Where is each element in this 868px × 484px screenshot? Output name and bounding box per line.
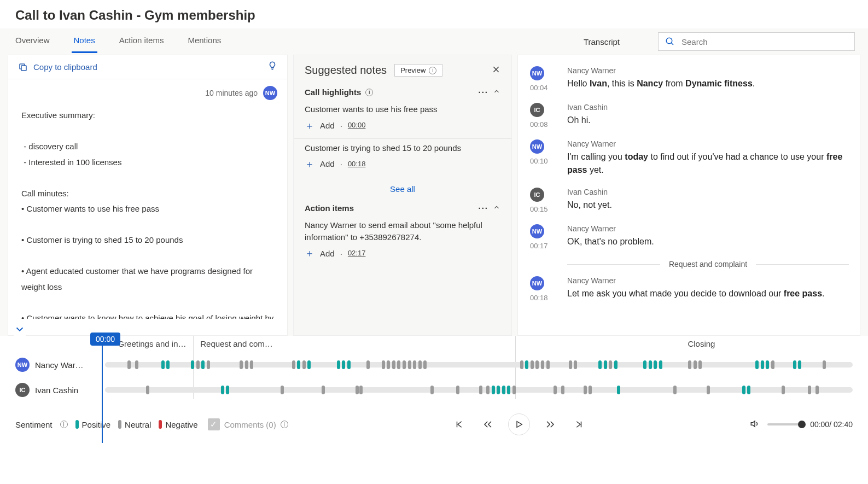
entry-text: Let me ask you what made you decide to d… xyxy=(567,287,852,300)
track-bar[interactable] xyxy=(105,362,853,368)
action-items-title: Action items xyxy=(305,203,354,213)
add-row: ＋Add·02:17 xyxy=(305,248,500,260)
expand-notes-chevron-icon[interactable] xyxy=(14,323,26,339)
speaker-name: Nancy Warner xyxy=(567,276,852,285)
speaker-name: Ivan Cashin xyxy=(35,386,78,395)
more-icon[interactable]: ··· xyxy=(478,88,488,97)
plus-icon[interactable]: ＋ xyxy=(305,159,314,169)
search-input[interactable] xyxy=(680,37,848,47)
sentiment-tick xyxy=(456,386,459,394)
tab-overview[interactable]: Overview xyxy=(13,30,52,53)
tab-action-items[interactable]: Action items xyxy=(117,30,166,53)
preview-badge[interactable]: Preview i xyxy=(394,64,442,77)
add-label[interactable]: Add xyxy=(320,248,335,260)
forward-button[interactable] xyxy=(542,416,558,433)
volume-slider[interactable] xyxy=(767,423,802,425)
sentiment-tick xyxy=(761,360,764,369)
add-label[interactable]: Add xyxy=(320,158,335,170)
svg-marker-6 xyxy=(517,422,522,428)
copy-icon xyxy=(18,62,28,72)
speaker-avatar: IC xyxy=(530,188,544,202)
sentiment-tick xyxy=(342,360,345,369)
transcript-entry[interactable]: NW00:18Nancy WarnerLet me ask you what m… xyxy=(530,272,860,308)
info-icon[interactable]: i xyxy=(365,89,373,96)
tab-mentions[interactable]: Mentions xyxy=(185,30,223,53)
transcript-entry[interactable]: IC00:15Ivan CashinNo, not yet. xyxy=(530,183,860,220)
sentiment-tick xyxy=(793,360,796,369)
add-label[interactable]: Add xyxy=(320,120,335,132)
plus-icon[interactable]: ＋ xyxy=(305,121,314,131)
check-icon: ✓ xyxy=(208,418,220,430)
transcript-divider: Request and complaint xyxy=(567,256,860,272)
transcript-entry[interactable]: NW00:10Nancy WarnerI'm calling you today… xyxy=(530,135,860,183)
tab-notes[interactable]: Notes xyxy=(72,30,97,53)
track-bar[interactable] xyxy=(105,387,853,393)
sentiment-tick xyxy=(569,360,572,369)
playhead-badge[interactable]: 00:00 xyxy=(90,333,120,346)
timestamp-link[interactable]: 02:17 xyxy=(348,248,366,259)
notes-body[interactable]: Executive summary: - discovery call - In… xyxy=(8,100,287,319)
skip-start-button[interactable] xyxy=(451,416,468,433)
sentiment-tick xyxy=(166,360,170,369)
speaker-avatar: NW xyxy=(530,224,544,238)
volume-icon[interactable] xyxy=(750,419,760,430)
sentiment-tick xyxy=(598,360,602,369)
sentiment-tick xyxy=(302,360,306,369)
sentiment-tick xyxy=(196,360,200,369)
speaker-name: Ivan Cashin xyxy=(567,103,852,112)
entry-text: Oh hi. xyxy=(567,114,852,127)
info-icon[interactable]: i xyxy=(60,421,68,428)
play-button[interactable] xyxy=(508,413,530,435)
more-icon[interactable]: ··· xyxy=(478,203,488,213)
sentiment-tick xyxy=(520,360,523,369)
current-time: 00:00 xyxy=(810,420,829,429)
transcript-panel[interactable]: NW00:04Nancy WarnerHello Ivan, this is N… xyxy=(517,55,860,336)
playhead-line[interactable] xyxy=(102,346,103,443)
transcript-entry[interactable]: NW00:04Nancy WarnerHello Ivan, this is N… xyxy=(530,62,860,98)
speaker-avatar: NW xyxy=(530,66,544,80)
add-row: ＋Add·00:18 xyxy=(305,158,500,170)
chevron-up-icon[interactable] xyxy=(493,88,500,97)
svg-marker-8 xyxy=(751,421,755,427)
timestamp-link[interactable]: 00:00 xyxy=(348,120,366,131)
rewind-button[interactable] xyxy=(480,416,496,433)
transcript-entry[interactable]: NW00:17Nancy WarnerOK, that's no problem… xyxy=(530,220,860,256)
chevron-up-icon[interactable] xyxy=(493,203,500,213)
suggested-item: Customer wants to use his free pass＋Add·… xyxy=(294,100,511,139)
info-icon: i xyxy=(429,67,436,74)
sentiment-tick xyxy=(382,360,385,369)
speaker-avatar: IC xyxy=(530,103,544,117)
timestamp-link[interactable]: 00:18 xyxy=(348,159,366,170)
entry-text: OK, that's no problem. xyxy=(567,235,852,248)
sentiment-tick xyxy=(307,360,311,369)
info-icon: i xyxy=(281,421,288,428)
transcript-entry[interactable]: IC00:08Ivan CashinOh hi. xyxy=(530,98,860,135)
skip-end-button[interactable] xyxy=(570,416,587,433)
search-input-wrap[interactable] xyxy=(658,32,855,51)
speaker-avatar: NW xyxy=(530,139,544,154)
sentiment-tick xyxy=(609,360,612,369)
sentiment-tick xyxy=(531,360,534,369)
highlights-title: Call highlights xyxy=(305,88,361,97)
plus-icon[interactable]: ＋ xyxy=(305,248,314,258)
sentiment-tick xyxy=(161,360,165,369)
sentiment-tick xyxy=(226,386,229,394)
sentiment-tick xyxy=(479,386,482,394)
sentiment-tick xyxy=(191,360,194,369)
top-bar: OverviewNotesAction itemsMentions Transc… xyxy=(8,28,860,55)
close-icon[interactable] xyxy=(492,65,500,76)
sentiment-tick xyxy=(535,360,539,369)
sentiment-tick xyxy=(688,360,691,369)
sentiment-label: Sentiment xyxy=(15,420,53,429)
comments-button[interactable]: ✓ Comments (0) i xyxy=(208,418,288,430)
speaker-avatar: IC xyxy=(15,383,30,397)
sentiment-tick xyxy=(359,386,363,394)
sentiment-tick xyxy=(146,386,149,394)
sentiment-tick xyxy=(584,386,587,394)
timeline: 00:00 Greetings and in…Request and com…C… xyxy=(0,336,868,405)
transcript-heading: Transcript xyxy=(584,37,620,46)
see-all-link[interactable]: See all xyxy=(294,177,511,198)
sentiment-tick xyxy=(366,360,370,369)
copy-to-clipboard-button[interactable]: Copy to clipboard xyxy=(18,62,97,72)
lightbulb-icon[interactable] xyxy=(267,61,277,73)
